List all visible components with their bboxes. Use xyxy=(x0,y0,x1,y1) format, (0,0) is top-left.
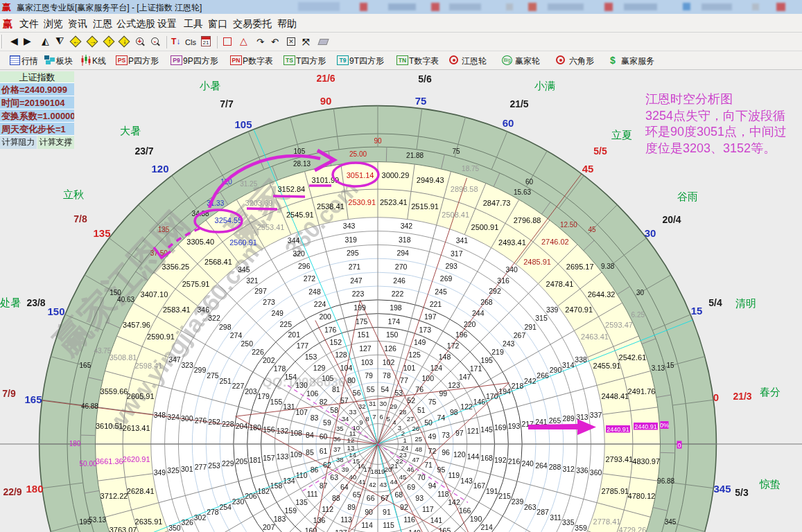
svg-text:3000.29: 3000.29 xyxy=(382,171,410,179)
svg-text:112: 112 xyxy=(322,505,333,513)
svg-text:30: 30 xyxy=(379,400,387,407)
svg-text:105: 105 xyxy=(322,374,334,382)
svg-text:166: 166 xyxy=(459,506,471,515)
svg-text:2455.91: 2455.91 xyxy=(593,362,621,370)
svg-text:56: 56 xyxy=(353,389,361,397)
svg-text:小暑: 小暑 xyxy=(199,80,220,91)
svg-text:141: 141 xyxy=(430,516,443,524)
svg-text:152: 152 xyxy=(330,338,342,346)
svg-text:2778.41: 2778.41 xyxy=(593,517,621,526)
svg-text:60: 60 xyxy=(320,432,328,441)
svg-text:194: 194 xyxy=(498,387,511,396)
svg-text:298: 298 xyxy=(219,323,232,331)
svg-text:4780.12: 4780.12 xyxy=(628,492,656,500)
svg-text:270: 270 xyxy=(395,263,408,271)
svg-text:66: 66 xyxy=(367,494,375,502)
svg-text:114: 114 xyxy=(361,521,373,529)
svg-text:148: 148 xyxy=(439,353,451,361)
svg-text:62: 62 xyxy=(323,461,331,469)
svg-text:290: 290 xyxy=(550,366,562,374)
svg-text:20/4: 20/4 xyxy=(662,214,681,225)
svg-text:253: 253 xyxy=(208,461,220,470)
svg-text:38: 38 xyxy=(336,456,344,463)
svg-text:3152.84: 3152.84 xyxy=(277,185,305,193)
svg-text:125: 125 xyxy=(408,351,421,359)
svg-text:183: 183 xyxy=(274,515,286,523)
svg-text:314: 314 xyxy=(562,361,575,369)
svg-text:339: 339 xyxy=(546,305,559,314)
svg-text:2590.91: 2590.91 xyxy=(147,332,175,341)
svg-text:108: 108 xyxy=(290,429,302,437)
svg-text:46: 46 xyxy=(407,466,415,473)
svg-text:131: 131 xyxy=(283,402,295,411)
svg-text:193: 193 xyxy=(508,422,521,430)
svg-text:70: 70 xyxy=(417,473,426,481)
svg-text:77: 77 xyxy=(400,376,408,384)
svg-text:242: 242 xyxy=(524,377,537,385)
svg-text:123: 123 xyxy=(448,381,460,389)
svg-text:278: 278 xyxy=(207,508,219,516)
svg-text:205: 205 xyxy=(236,457,248,466)
svg-text:90: 90 xyxy=(374,137,382,145)
svg-text:223: 223 xyxy=(352,290,365,298)
svg-text:31: 31 xyxy=(369,400,376,407)
svg-text:126: 126 xyxy=(384,344,396,353)
svg-text:7: 7 xyxy=(372,413,376,420)
svg-text:3407.10: 3407.10 xyxy=(141,290,168,299)
svg-text:9.38: 9.38 xyxy=(601,263,615,270)
svg-text:春分: 春分 xyxy=(760,386,781,398)
svg-text:296: 296 xyxy=(298,262,311,270)
svg-text:25.00: 25.00 xyxy=(349,150,367,158)
svg-text:350: 350 xyxy=(168,524,181,532)
svg-text:37: 37 xyxy=(333,445,341,453)
svg-text:2470.91: 2470.91 xyxy=(565,305,593,314)
svg-text:165: 165 xyxy=(24,393,42,405)
svg-text:94: 94 xyxy=(428,481,437,490)
svg-text:3661.36: 3661.36 xyxy=(96,457,123,466)
svg-text:惊蛰: 惊蛰 xyxy=(759,478,781,490)
svg-text:100: 100 xyxy=(422,374,435,382)
svg-text:45: 45 xyxy=(582,163,594,175)
svg-text:3763.07: 3763.07 xyxy=(110,526,137,532)
svg-text:200: 200 xyxy=(319,312,331,321)
svg-text:3254.55: 3254.55 xyxy=(215,216,243,224)
svg-text:4830.97: 4830.97 xyxy=(632,457,660,466)
svg-text:3610.51: 3610.51 xyxy=(96,422,123,430)
svg-text:2560.91: 2560.91 xyxy=(229,238,257,247)
svg-text:92: 92 xyxy=(400,503,408,511)
svg-text:204: 204 xyxy=(236,422,248,430)
svg-text:3559.66: 3559.66 xyxy=(101,387,128,396)
svg-text:44: 44 xyxy=(390,478,397,486)
svg-text:0: 0 xyxy=(677,442,681,449)
svg-text:154: 154 xyxy=(285,373,297,381)
svg-text:109: 109 xyxy=(290,450,302,459)
svg-text:2644.32: 2644.32 xyxy=(588,290,616,299)
svg-text:246: 246 xyxy=(393,276,406,285)
svg-text:169: 169 xyxy=(494,423,507,432)
svg-text:91: 91 xyxy=(383,508,391,516)
svg-text:23/8: 23/8 xyxy=(26,297,45,308)
svg-text:118: 118 xyxy=(437,490,449,498)
svg-text:135: 135 xyxy=(93,227,110,239)
svg-text:19: 19 xyxy=(378,468,385,475)
svg-text:173: 173 xyxy=(419,326,432,334)
svg-text:35: 35 xyxy=(336,425,344,432)
svg-text:219: 219 xyxy=(491,348,504,356)
svg-text:195: 195 xyxy=(480,356,493,364)
svg-text:295: 295 xyxy=(347,249,359,257)
svg-text:29: 29 xyxy=(390,402,397,410)
svg-text:157: 157 xyxy=(263,454,275,462)
svg-text:2583.41: 2583.41 xyxy=(163,305,191,314)
svg-text:146: 146 xyxy=(473,398,486,406)
svg-text:21/3: 21/3 xyxy=(733,391,751,402)
svg-text:45: 45 xyxy=(399,473,407,481)
svg-text:74: 74 xyxy=(437,414,446,422)
svg-text:2793.41: 2793.41 xyxy=(605,455,633,463)
svg-text:326: 326 xyxy=(181,518,193,526)
svg-text:264: 264 xyxy=(535,461,548,470)
svg-text:275: 275 xyxy=(207,371,219,380)
svg-text:319: 319 xyxy=(345,236,357,244)
svg-text:325: 325 xyxy=(167,466,180,475)
svg-text:180: 180 xyxy=(26,483,43,495)
svg-text:33: 33 xyxy=(349,408,357,416)
